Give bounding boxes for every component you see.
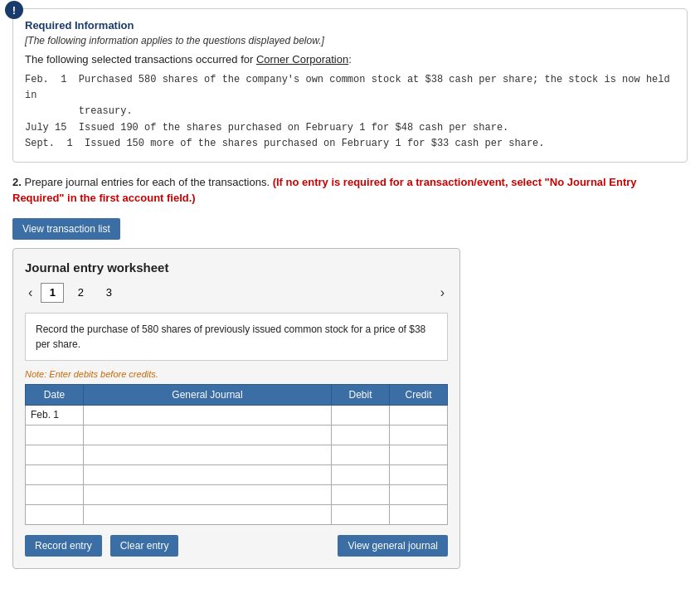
note-text: Note: Enter debits before credits. <box>25 369 448 379</box>
cell-credit-6[interactable] <box>390 504 448 524</box>
cell-credit-4[interactable] <box>390 464 448 484</box>
input-credit-5[interactable] <box>395 489 442 500</box>
clear-entry-button[interactable]: Clear entry <box>110 535 179 557</box>
input-credit-6[interactable] <box>395 508 442 520</box>
col-header-date: Date <box>26 384 84 405</box>
cell-date-1: Feb. 1 <box>26 405 84 425</box>
cell-debit-3[interactable] <box>332 445 390 464</box>
cell-credit-3[interactable] <box>390 445 448 464</box>
cell-journal-1[interactable] <box>84 405 332 425</box>
input-journal-3[interactable] <box>89 449 326 460</box>
input-journal-4[interactable] <box>89 469 326 480</box>
transaction-line-2: treasury. <box>25 104 675 119</box>
table-row <box>26 504 448 524</box>
record-entry-button[interactable]: Record entry <box>25 535 102 557</box>
question-text: Prepare journal entries for each of the … <box>24 176 272 188</box>
journal-table: Date General Journal Debit Credit Feb. 1 <box>25 384 448 525</box>
input-debit-5[interactable] <box>337 489 384 500</box>
cell-credit-1[interactable] <box>390 405 448 425</box>
input-debit-2[interactable] <box>337 429 384 440</box>
col-header-debit: Debit <box>332 384 390 405</box>
input-journal-6[interactable] <box>89 508 326 520</box>
description-box: Record the purchase of 580 shares of pre… <box>25 313 448 361</box>
input-debit-1[interactable] <box>337 409 384 421</box>
question-section: 2. Prepare journal entries for each of t… <box>12 174 688 207</box>
table-row <box>26 464 448 484</box>
cell-credit-5[interactable] <box>390 484 448 504</box>
worksheet-card: Journal entry worksheet ‹ 1 2 3 › Record… <box>12 248 460 569</box>
transaction-line-1: Feb. 1 Purchased 580 shares of the compa… <box>25 72 675 104</box>
info-title: Required Information <box>25 19 675 32</box>
info-body: The following selected transactions occu… <box>25 53 675 66</box>
cell-date-4 <box>26 464 84 484</box>
table-row: Feb. 1 <box>26 405 448 425</box>
cell-debit-6[interactable] <box>332 504 390 524</box>
bottom-buttons: Record entry Clear entry View general jo… <box>25 535 448 557</box>
page-2[interactable]: 2 <box>69 283 92 303</box>
cell-journal-2[interactable] <box>84 425 332 445</box>
worksheet-title: Journal entry worksheet <box>25 260 448 275</box>
transaction-line-4: Sept. 1 Issued 150 more of the shares pu… <box>25 136 675 152</box>
page-1[interactable]: 1 <box>41 283 64 303</box>
input-debit-6[interactable] <box>337 508 384 520</box>
pagination-next[interactable]: › <box>437 285 448 300</box>
input-credit-4[interactable] <box>395 469 442 480</box>
pagination-prev[interactable]: ‹ <box>25 285 36 300</box>
col-header-credit: Credit <box>390 384 448 405</box>
question-number: 2. <box>12 176 22 188</box>
input-credit-3[interactable] <box>395 449 442 460</box>
info-subtitle: [The following information applies to th… <box>25 35 675 46</box>
cell-journal-6[interactable] <box>84 504 332 524</box>
input-credit-2[interactable] <box>395 429 442 440</box>
input-journal-2[interactable] <box>89 429 326 440</box>
description-text: Record the purchase of 580 shares of pre… <box>36 323 425 350</box>
cell-debit-5[interactable] <box>332 484 390 504</box>
cell-date-6 <box>26 504 84 524</box>
info-box: ! Required Information [The following in… <box>12 8 688 163</box>
input-credit-1[interactable] <box>395 409 442 421</box>
input-journal-5[interactable] <box>89 489 326 500</box>
col-header-journal: General Journal <box>84 384 332 405</box>
input-debit-4[interactable] <box>337 469 384 480</box>
info-transactions: Feb. 1 Purchased 580 shares of the compa… <box>25 72 675 152</box>
view-transaction-row: View transaction list <box>12 218 688 240</box>
input-debit-3[interactable] <box>337 449 384 460</box>
cell-debit-2[interactable] <box>332 425 390 445</box>
view-general-journal-button[interactable]: View general journal <box>338 535 448 557</box>
cell-journal-5[interactable] <box>84 484 332 504</box>
cell-journal-3[interactable] <box>84 445 332 464</box>
cell-debit-1[interactable] <box>332 405 390 425</box>
cell-journal-4[interactable] <box>84 464 332 484</box>
cell-date-2 <box>26 425 84 445</box>
corp-name: Corner Corporation <box>256 53 348 66</box>
transaction-line-3: July 15 Issued 190 of the shares purchas… <box>25 120 675 136</box>
info-icon: ! <box>5 1 23 19</box>
pagination: ‹ 1 2 3 › <box>25 283 448 303</box>
table-row <box>26 445 448 464</box>
table-row <box>26 425 448 445</box>
table-row <box>26 484 448 504</box>
cell-credit-2[interactable] <box>390 425 448 445</box>
input-journal-1[interactable] <box>89 409 326 421</box>
view-transaction-list-button[interactable]: View transaction list <box>12 218 120 240</box>
page-3[interactable]: 3 <box>97 283 120 303</box>
cell-debit-4[interactable] <box>332 464 390 484</box>
cell-date-5 <box>26 484 84 504</box>
cell-date-3 <box>26 445 84 464</box>
